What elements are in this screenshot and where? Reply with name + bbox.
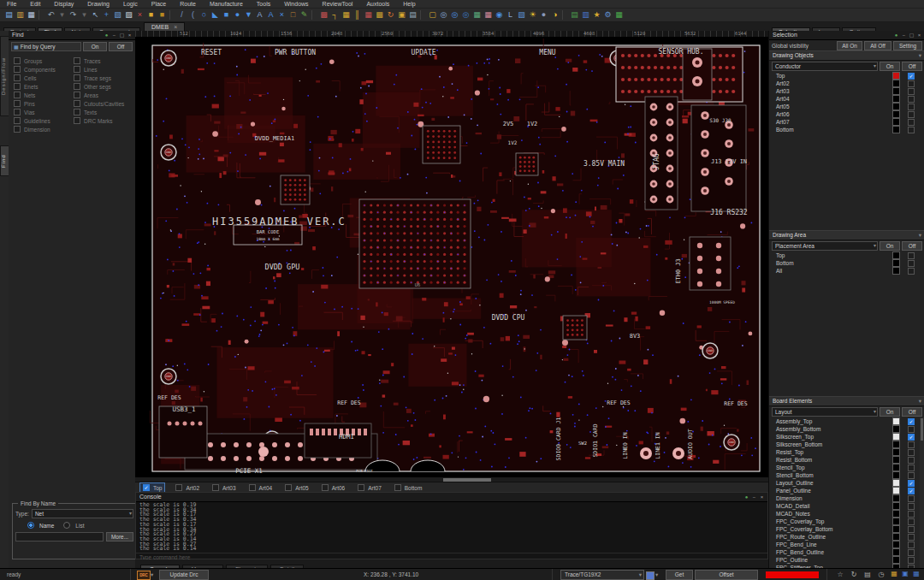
checkbox[interactable] bbox=[175, 484, 182, 491]
visibility-checkbox[interactable] bbox=[908, 88, 915, 95]
pcb-canvas[interactable]: GNDGNDGNDGNDGNDGNDGNDGNDRESETPWR BUTTONU… bbox=[135, 37, 768, 476]
find-filter-enets[interactable]: Enets bbox=[14, 82, 74, 91]
color-swatch[interactable] bbox=[892, 95, 900, 103]
undo-icon[interactable]: ↶ bbox=[45, 9, 56, 21]
visibility-checkbox[interactable] bbox=[908, 511, 915, 518]
table-icon[interactable]: ▦ bbox=[363, 9, 374, 21]
color-swatch[interactable] bbox=[892, 456, 900, 464]
screen-blue-icon[interactable]: ▥ bbox=[580, 9, 591, 21]
vertical-scrollbar[interactable] bbox=[920, 417, 924, 571]
color-swatch[interactable] bbox=[892, 541, 900, 548]
find-filter-pins[interactable]: Pins bbox=[14, 99, 74, 108]
layer-row-art02[interactable]: Art02 bbox=[769, 80, 924, 87]
visibility-checkbox[interactable] bbox=[908, 104, 915, 110]
checkbox[interactable] bbox=[322, 484, 329, 491]
board-green-icon[interactable]: ▤ bbox=[569, 9, 580, 21]
layer-row-resist-bottom[interactable]: Resist_Bottom bbox=[769, 456, 924, 464]
open-file-icon[interactable]: ▥ bbox=[15, 9, 26, 21]
find-filter-drc-marks[interactable]: DRC Marks bbox=[74, 116, 133, 125]
visibility-checkbox[interactable] bbox=[908, 465, 915, 471]
checkbox[interactable] bbox=[74, 92, 80, 98]
color-swatch[interactable] bbox=[892, 118, 900, 126]
unlock-icon[interactable]: ■ bbox=[157, 9, 168, 21]
board-elements-dropdown[interactable]: Layout▾ bbox=[772, 407, 878, 417]
layer-row-fpc-coverlay-top[interactable]: FPC_Coverlay_Top bbox=[769, 518, 924, 525]
minimize-icon[interactable]: − bbox=[900, 31, 908, 39]
favorites-icon[interactable]: ☆ bbox=[834, 569, 846, 580]
color-swatch[interactable] bbox=[892, 87, 900, 95]
find-filter-traces[interactable]: Traces bbox=[74, 56, 133, 65]
layerbar-art06[interactable]: Art06 bbox=[319, 483, 348, 492]
layer-row-bottom[interactable]: Bottom bbox=[769, 126, 924, 133]
image-pink-icon[interactable]: ▦ bbox=[483, 9, 494, 21]
checkbox[interactable] bbox=[14, 126, 21, 133]
layer-row-silkscreen-bottom[interactable]: Silkscreen_Bottom bbox=[769, 441, 924, 448]
off-button[interactable]: Off bbox=[902, 407, 922, 417]
type-select[interactable]: Net▾ bbox=[32, 509, 133, 518]
menu-edit[interactable]: Edit bbox=[23, 0, 47, 8]
save-file-icon[interactable]: ▦ bbox=[26, 9, 37, 21]
chevron-down-icon[interactable]: ▾ bbox=[655, 569, 658, 580]
find-filter-other-segs[interactable]: Other segs bbox=[74, 82, 133, 91]
close-icon[interactable]: × bbox=[915, 31, 923, 39]
visibility-checkbox[interactable]: ✓ bbox=[908, 488, 915, 494]
color-swatch[interactable] bbox=[892, 479, 900, 487]
image-green-icon[interactable]: ▦ bbox=[471, 9, 483, 21]
contrast-icon[interactable]: ◑ bbox=[549, 9, 560, 21]
layer-row-fpc-bend-line[interactable]: FPC_Bend_Line bbox=[769, 541, 924, 548]
find-filter-lines[interactable]: Lines bbox=[74, 65, 133, 74]
visibility-checkbox[interactable] bbox=[908, 80, 915, 87]
visibility-checkbox[interactable] bbox=[908, 549, 915, 556]
color-swatch[interactable] bbox=[892, 110, 900, 118]
save-session-icon[interactable]: ▤ bbox=[862, 569, 874, 580]
checkbox[interactable] bbox=[285, 484, 292, 491]
visibility-checkbox[interactable]: ✓ bbox=[908, 434, 915, 441]
panel-blue-grid-icon[interactable]: ▦ bbox=[912, 570, 921, 578]
close-icon[interactable]: × bbox=[126, 31, 133, 39]
find-filter-cells[interactable]: Cells bbox=[14, 74, 74, 82]
layer-row-art04[interactable]: Art04 bbox=[769, 95, 924, 103]
color-swatch[interactable] bbox=[892, 433, 900, 441]
zoom-out-icon[interactable]: ◎ bbox=[460, 9, 471, 21]
route-grid-icon[interactable]: ▦ bbox=[341, 9, 352, 21]
color-swatch[interactable] bbox=[892, 471, 900, 479]
color-swatch[interactable] bbox=[892, 518, 900, 525]
find-on-button[interactable]: On bbox=[83, 42, 107, 51]
angle-icon[interactable]: L bbox=[505, 9, 516, 21]
delete-icon[interactable]: × bbox=[134, 9, 145, 21]
color-swatch[interactable] bbox=[892, 533, 900, 541]
color-swatch[interactable] bbox=[892, 126, 900, 133]
more-button[interactable]: More... bbox=[106, 532, 133, 542]
text-frame-icon[interactable]: A bbox=[254, 9, 265, 21]
layer-row-fpc-coverlay-bottom[interactable]: FPC_Coverlay_Bottom bbox=[769, 525, 924, 533]
undo-menu-icon[interactable]: ▾ bbox=[56, 9, 68, 21]
polygon-tool-icon[interactable]: ◣ bbox=[210, 9, 221, 21]
off-button[interactable]: Off bbox=[902, 62, 922, 71]
menu-reviewtool[interactable]: ReviewTool bbox=[316, 0, 360, 8]
layerbar-art03[interactable]: Art03 bbox=[210, 483, 239, 492]
find-filter-cutouts-cavities[interactable]: Cutouts/Cavities bbox=[74, 99, 133, 108]
visibility-checkbox[interactable] bbox=[908, 542, 915, 548]
setting-button[interactable]: Setting bbox=[893, 41, 922, 50]
find-filter-vias[interactable]: Vias bbox=[14, 108, 74, 116]
circle-tool-icon[interactable]: ○ bbox=[198, 9, 210, 21]
layer-row-silkscreen-top[interactable]: Silkscreen_Top✓ bbox=[769, 433, 924, 441]
checkbox[interactable] bbox=[358, 484, 364, 491]
color-swatch[interactable] bbox=[892, 259, 900, 267]
visibility-checkbox[interactable] bbox=[908, 441, 915, 448]
redo-icon[interactable]: ↷ bbox=[68, 9, 79, 21]
layer-row-bottom[interactable]: Bottom bbox=[769, 259, 924, 267]
net-cross-icon[interactable]: × bbox=[276, 9, 287, 21]
add-icon[interactable]: + bbox=[101, 9, 112, 21]
sun-icon[interactable]: ☀ bbox=[527, 9, 538, 21]
route-corner-icon[interactable]: ┐ bbox=[329, 9, 341, 21]
checkbox[interactable] bbox=[249, 484, 256, 491]
checkbox[interactable] bbox=[14, 57, 21, 64]
menu-windows[interactable]: Windows bbox=[277, 0, 315, 8]
off-button[interactable]: Off bbox=[902, 241, 922, 251]
visibility-checkbox[interactable] bbox=[908, 503, 915, 510]
float-icon[interactable]: ▢ bbox=[908, 31, 915, 39]
checkbox[interactable] bbox=[14, 117, 21, 124]
menu-place[interactable]: Place bbox=[145, 0, 174, 8]
layer-row-dimension[interactable]: Dimension bbox=[769, 494, 924, 502]
